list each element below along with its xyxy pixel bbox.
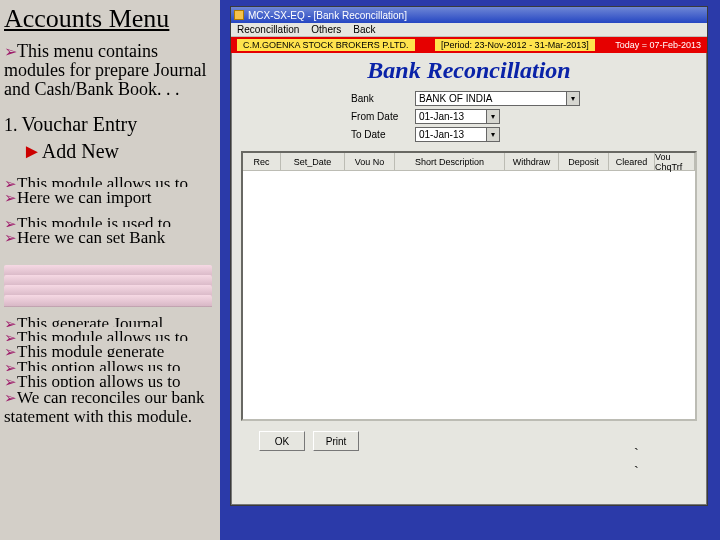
from-date-combo[interactable]: ▾ bbox=[415, 109, 500, 124]
bank-reconciliation-window: MCX-SX-EQ - [Bank Reconcillation] Reconc… bbox=[230, 6, 708, 506]
accounts-menu-panel: Accounts Menu ➢This menu contains module… bbox=[0, 0, 220, 540]
vouchar-entry-label: Vouchar Entry bbox=[22, 113, 138, 135]
print-button[interactable]: Print bbox=[313, 431, 359, 451]
chevron-icon: ➢ bbox=[4, 43, 17, 60]
window-title: MCX-SX-EQ - [Bank Reconcillation] bbox=[248, 10, 407, 21]
menubar: Reconcillation Others Back bbox=[231, 23, 707, 37]
from-date-label: From Date bbox=[351, 111, 407, 122]
decorative-mark: ` bbox=[634, 464, 639, 480]
accounts-menu-intro: ➢This menu contains modules for prepare … bbox=[4, 42, 212, 99]
chevron-down-icon[interactable]: ▾ bbox=[566, 92, 579, 105]
col-setdate[interactable]: Set_Date bbox=[281, 153, 345, 170]
grid-header: Rec Set_Date Vou No Short Description Wi… bbox=[243, 153, 695, 171]
col-desc[interactable]: Short Description bbox=[395, 153, 505, 170]
page-title: Bank Reconcillation bbox=[231, 53, 707, 86]
accounts-menu-title: Accounts Menu bbox=[4, 4, 212, 34]
decorative-mark: ` bbox=[634, 446, 639, 462]
menu-others[interactable]: Others bbox=[311, 24, 341, 35]
period-badge: [Period: 23-Nov-2012 - 31-Mar-2013] bbox=[435, 39, 595, 51]
col-withdraw[interactable]: Withdraw bbox=[505, 153, 559, 170]
menu-back[interactable]: Back bbox=[353, 24, 375, 35]
to-date-combo[interactable]: ▾ bbox=[415, 127, 500, 142]
filter-form: Bank ▾ From Date ▾ To Date ▾ bbox=[231, 86, 707, 151]
to-date-input[interactable] bbox=[416, 128, 486, 141]
chevron-down-icon[interactable]: ▾ bbox=[486, 128, 499, 141]
col-cleared[interactable]: Cleared bbox=[609, 153, 655, 170]
window-titlebar[interactable]: MCX-SX-EQ - [Bank Reconcillation] bbox=[231, 7, 707, 23]
ok-button[interactable]: OK bbox=[259, 431, 305, 451]
add-new-label: Add New bbox=[42, 140, 119, 162]
overlap-block-b: ➢This generate Journal ➢This module allo… bbox=[4, 313, 212, 417]
vouchar-entry-row: 1. Vouchar Entry bbox=[4, 113, 212, 136]
menu-reconciliation[interactable]: Reconcillation bbox=[237, 24, 299, 35]
bank-input[interactable] bbox=[416, 92, 566, 105]
col-deposit[interactable]: Deposit bbox=[559, 153, 609, 170]
company-badge: C.M.GOENKA STOCK BROKERS P.LTD. bbox=[237, 39, 415, 51]
col-rec[interactable]: Rec bbox=[243, 153, 281, 170]
to-date-label: To Date bbox=[351, 129, 407, 140]
status-bar: C.M.GOENKA STOCK BROKERS P.LTD. [Period:… bbox=[231, 37, 707, 53]
triangle-icon: ► bbox=[22, 140, 42, 162]
reconciliation-grid[interactable]: Rec Set_Date Vou No Short Description Wi… bbox=[241, 151, 697, 421]
list-number: 1. bbox=[4, 115, 18, 135]
col-vouno[interactable]: Vou No bbox=[345, 153, 395, 170]
bank-label: Bank bbox=[351, 93, 407, 104]
add-new-row: ►Add New bbox=[22, 140, 212, 163]
overlap-block-a: ➢This module allows us to ➢Here we can i… bbox=[4, 173, 212, 259]
chevron-down-icon[interactable]: ▾ bbox=[486, 110, 499, 123]
app-backdrop: MCX-SX-EQ - [Bank Reconcillation] Reconc… bbox=[220, 0, 720, 540]
strip-stack-a bbox=[4, 265, 212, 307]
intro-text: This menu contains modules for prepare J… bbox=[4, 41, 206, 99]
today-label: Today = 07-Feb-2013 bbox=[615, 40, 701, 50]
from-date-input[interactable] bbox=[416, 110, 486, 123]
bank-combo[interactable]: ▾ bbox=[415, 91, 580, 106]
col-chqtrf[interactable]: Vou ChqTrf bbox=[655, 153, 695, 170]
app-icon bbox=[234, 10, 244, 20]
